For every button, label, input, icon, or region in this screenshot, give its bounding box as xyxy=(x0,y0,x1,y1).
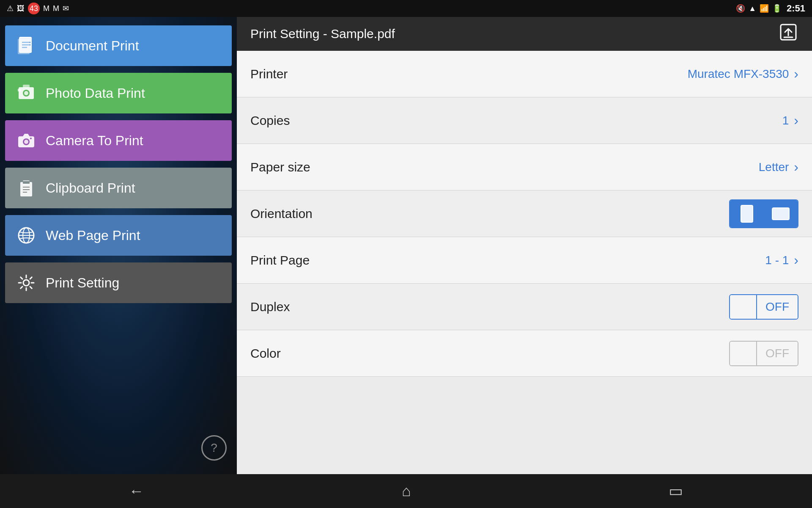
photo-icon xyxy=(15,82,37,104)
settings-icon xyxy=(15,272,37,294)
paper-size-row[interactable]: Paper size Letter › xyxy=(237,144,812,190)
clipboard-icon xyxy=(15,177,37,199)
copies-chevron: › xyxy=(794,113,798,128)
back-button[interactable]: ← xyxy=(112,479,161,503)
wifi-icon: ▲ xyxy=(749,4,756,13)
printer-value-text: Muratec MFX-3530 xyxy=(688,67,789,81)
orientation-label: Orientation xyxy=(250,207,313,221)
svg-rect-27 xyxy=(741,205,753,222)
color-toggle-blank xyxy=(730,342,757,365)
status-time: 2:51 xyxy=(787,3,805,14)
sidebar: Document Print Photo Data Print xyxy=(0,17,237,474)
svg-point-8 xyxy=(24,91,28,95)
signal-icon: 📶 xyxy=(760,4,769,13)
gmail-icon2: M xyxy=(53,4,59,13)
mute-icon: 🔇 xyxy=(736,4,745,13)
notification-badge: 43 xyxy=(28,3,40,14)
status-bar-left: ⚠ 🖼 43 M M ✉ xyxy=(7,3,69,14)
print-page-chevron: › xyxy=(794,252,798,268)
duplex-label: Duplex xyxy=(250,300,290,314)
printer-chevron: › xyxy=(794,66,798,82)
content-header: Print Setting - Sample.pdf xyxy=(237,17,812,51)
duplex-toggle-off-label: OFF xyxy=(757,295,798,319)
landscape-button[interactable] xyxy=(764,200,798,227)
paper-size-chevron: › xyxy=(794,159,798,175)
image-icon: 🖼 xyxy=(17,4,25,13)
copies-label: Copies xyxy=(250,113,290,128)
help-area: ? xyxy=(0,428,237,467)
content-title: Print Setting - Sample.pdf xyxy=(250,27,395,41)
help-icon: ? xyxy=(211,441,217,455)
bottom-nav: ← ⌂ ▭ xyxy=(0,474,812,508)
orientation-row: Orientation xyxy=(237,190,812,237)
document-print-label: Document Print xyxy=(46,38,139,54)
sidebar-item-print-setting[interactable]: Print Setting xyxy=(5,262,232,303)
svg-point-14 xyxy=(30,138,32,139)
paper-size-value-text: Letter xyxy=(759,160,789,174)
paper-size-value: Letter › xyxy=(759,159,798,175)
color-row: Color OFF xyxy=(237,330,812,377)
content-panel: Print Setting - Sample.pdf Printer Murat… xyxy=(237,17,812,474)
svg-point-24 xyxy=(23,280,29,286)
printer-row[interactable]: Printer Muratec MFX-3530 › xyxy=(237,51,812,97)
svg-rect-10 xyxy=(23,85,30,88)
svg-rect-17 xyxy=(23,181,30,184)
svg-rect-9 xyxy=(18,89,21,91)
svg-rect-5 xyxy=(18,39,30,54)
print-page-value-text: 1 - 1 xyxy=(765,254,789,267)
printer-label: Printer xyxy=(250,67,288,81)
color-toggle[interactable]: OFF xyxy=(729,341,798,366)
camera-to-print-label: Camera To Print xyxy=(46,133,143,149)
duplex-toggle[interactable]: OFF xyxy=(729,294,798,320)
battery-icon: 🔋 xyxy=(772,4,782,13)
print-page-value: 1 - 1 › xyxy=(765,252,798,268)
recents-button[interactable]: ▭ xyxy=(652,479,700,503)
svg-rect-29 xyxy=(772,208,789,220)
copies-row[interactable]: Copies 1 › xyxy=(237,97,812,144)
duplex-toggle-blank xyxy=(730,295,757,319)
color-label: Color xyxy=(250,346,281,361)
camera-icon xyxy=(15,130,37,152)
printer-value: Muratec MFX-3530 › xyxy=(688,66,798,82)
orientation-toggle[interactable] xyxy=(729,199,798,228)
sidebar-item-clipboard-print[interactable]: Clipboard Print xyxy=(5,168,232,208)
sidebar-item-camera-to-print[interactable]: Camera To Print xyxy=(5,120,232,161)
sidebar-item-document-print[interactable]: Document Print xyxy=(5,25,232,66)
print-page-label: Print Page xyxy=(250,253,310,268)
upload-icon[interactable] xyxy=(778,22,798,46)
help-button[interactable]: ? xyxy=(201,435,227,461)
copies-value-text: 1 xyxy=(782,114,789,127)
print-setting-label: Print Setting xyxy=(46,275,119,291)
web-page-print-label: Web Page Print xyxy=(46,228,140,243)
duplex-row: Duplex OFF xyxy=(237,284,812,330)
sidebar-item-photo-data-print[interactable]: Photo Data Print xyxy=(5,73,232,113)
settings-list: Printer Muratec MFX-3530 › Copies 1 › Pa… xyxy=(237,51,812,474)
web-icon xyxy=(15,224,37,246)
paper-size-label: Paper size xyxy=(250,160,310,174)
portrait-button[interactable] xyxy=(730,200,764,227)
sidebar-item-web-page-print[interactable]: Web Page Print xyxy=(5,215,232,256)
status-bar-right: 🔇 ▲ 📶 🔋 2:51 xyxy=(736,3,805,14)
color-toggle-off-label: OFF xyxy=(757,342,798,365)
home-button[interactable]: ⌂ xyxy=(385,479,428,503)
svg-point-13 xyxy=(24,140,28,144)
main-area: Document Print Photo Data Print xyxy=(0,17,812,474)
copies-value: 1 › xyxy=(782,113,798,128)
status-bar: ⚠ 🖼 43 M M ✉ 🔇 ▲ 📶 🔋 2:51 xyxy=(0,0,812,17)
document-icon xyxy=(15,35,37,57)
gmail-icon: M xyxy=(43,4,49,13)
photo-data-print-label: Photo Data Print xyxy=(46,86,145,101)
alert-icon: ⚠ xyxy=(7,4,14,13)
print-page-row[interactable]: Print Page 1 - 1 › xyxy=(237,237,812,284)
clipboard-print-label: Clipboard Print xyxy=(46,180,135,196)
email-icon: ✉ xyxy=(63,4,69,13)
